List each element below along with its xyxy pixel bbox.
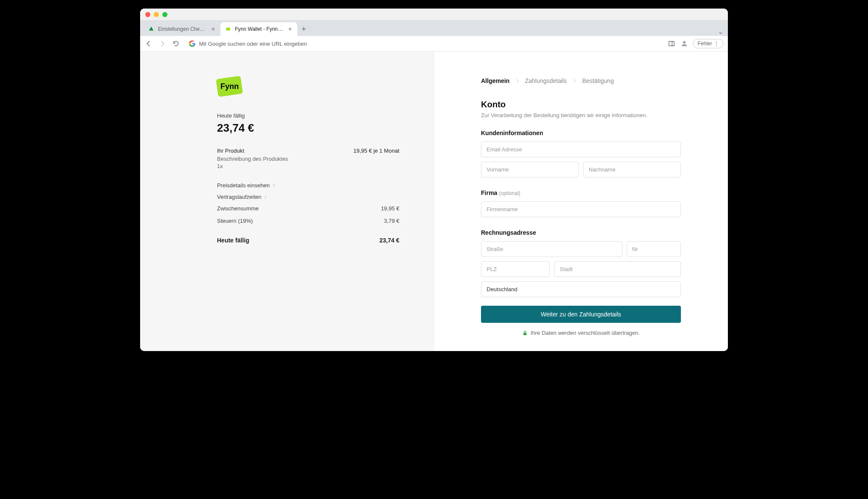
contract-terms-link[interactable]: Vertragslaufzeiten: [217, 194, 399, 200]
due-today-label: Heute fällig: [217, 112, 399, 119]
secure-note-text: Ihre Daten werden verschlüsselt übertrag…: [531, 330, 640, 336]
logo-badge: Fynn: [216, 76, 243, 97]
product-price: 19,95 € je 1 Monat: [353, 148, 399, 154]
tab-title: Einstellungen Checkout - Fynn: [158, 26, 207, 32]
step-confirmation[interactable]: Bestätigung: [582, 77, 614, 84]
total-label: Heute fällig: [217, 237, 249, 244]
checkout-steps: Allgemein Zahlungsdetails Bestätigung: [481, 77, 681, 84]
page-title: Konto: [481, 100, 681, 109]
company-heading-label: Firma: [481, 189, 497, 196]
chevron-right-icon: [572, 78, 577, 83]
tab-overflow-button[interactable]: [713, 30, 728, 36]
secure-note: Ihre Daten werden verschlüsselt übertrag…: [481, 330, 681, 336]
tax-row: Steuern (19%) 3,79 €: [217, 218, 399, 224]
google-icon: [189, 40, 196, 47]
total-row: Heute fällig 23,74 €: [217, 237, 399, 244]
lock-icon: [522, 330, 528, 336]
new-tab-button[interactable]: +: [297, 22, 311, 36]
step-payment[interactable]: Zahlungsdetails: [525, 77, 567, 84]
menu-icon: ⋮: [714, 41, 719, 47]
subtotal-value: 19,95 €: [381, 205, 399, 212]
svg-rect-0: [226, 28, 230, 31]
chevron-right-icon: [272, 183, 276, 188]
error-chip[interactable]: Fehler ⋮: [693, 39, 724, 48]
product-name: Ihr Produkt: [217, 148, 244, 154]
product-description: Beschreibung des Produktes: [217, 156, 399, 162]
favicon-icon: [148, 26, 155, 32]
tax-value: 3,79 €: [384, 218, 399, 224]
close-window-icon[interactable]: [145, 12, 150, 17]
back-button[interactable]: [144, 39, 153, 48]
minimize-window-icon[interactable]: [154, 12, 159, 17]
zip-field[interactable]: [481, 261, 550, 277]
page-content: Fynn Heute fällig 23,74 € Ihr Produkt 19…: [140, 52, 728, 351]
omnibox-placeholder: Mit Google suchen oder eine URL eingeben: [199, 41, 307, 47]
tab-title: Fynn Wallet - Fynn Wallet: [235, 26, 284, 32]
checkout-form-panel: Allgemein Zahlungsdetails Bestätigung Ko…: [434, 52, 728, 351]
house-number-field[interactable]: [627, 241, 681, 257]
brand-logo: Fynn: [217, 77, 399, 95]
error-chip-label: Fehler: [698, 41, 712, 47]
forward-button[interactable]: [158, 39, 167, 48]
reload-button[interactable]: [172, 39, 180, 48]
email-field[interactable]: [481, 142, 681, 157]
step-general[interactable]: Allgemein: [481, 77, 510, 84]
country-select[interactable]: Deutschland: [481, 281, 681, 297]
product-quantity: 1x: [217, 163, 399, 169]
favicon-icon: [225, 26, 232, 32]
company-heading: Firma (optional): [481, 189, 681, 196]
subtotal-label: Zwischensumme: [217, 205, 259, 212]
order-summary-panel: Fynn Heute fällig 23,74 € Ihr Produkt 19…: [140, 52, 434, 351]
maximize-window-icon[interactable]: [162, 12, 167, 17]
traffic-lights: [145, 12, 167, 17]
tax-label: Steuern (19%): [217, 218, 253, 224]
product-row: Ihr Produkt 19,95 € je 1 Monat: [217, 148, 399, 154]
svg-rect-4: [524, 333, 527, 335]
chevron-right-icon: [263, 195, 267, 199]
contract-terms-label: Vertragslaufzeiten: [217, 194, 261, 200]
svg-point-3: [683, 41, 686, 44]
close-icon[interactable]: ×: [287, 26, 293, 32]
svg-rect-1: [669, 41, 674, 46]
billing-address-heading: Rechnungsadresse: [481, 229, 681, 236]
due-today-amount: 23,74 €: [217, 121, 399, 135]
firstname-field[interactable]: [481, 162, 579, 177]
price-details-label: Preisdetails einsehen: [217, 182, 270, 189]
lastname-field[interactable]: [583, 162, 681, 177]
street-field[interactable]: [481, 241, 622, 257]
page-subtitle: Zur Verarbeitung der Bestellung benötige…: [481, 112, 681, 118]
optional-label: (optional): [499, 190, 520, 196]
continue-button[interactable]: Weiter zu den Zahlungsdetails: [481, 306, 681, 323]
toolbar: Mit Google suchen oder eine URL eingeben…: [140, 36, 728, 52]
company-field[interactable]: [481, 201, 681, 217]
tab-checkout-settings[interactable]: Einstellungen Checkout - Fynn ×: [144, 22, 220, 36]
tab-fynn-wallet[interactable]: Fynn Wallet - Fynn Wallet ×: [220, 22, 297, 36]
total-value: 23,74 €: [379, 237, 399, 244]
browser-window: Einstellungen Checkout - Fynn × Fynn Wal…: [140, 9, 728, 351]
subtotal-row: Zwischensumme 19,95 €: [217, 205, 399, 212]
profile-icon[interactable]: [680, 39, 689, 48]
address-bar[interactable]: Mit Google suchen oder eine URL eingeben: [185, 38, 662, 49]
chevron-right-icon: [515, 78, 520, 83]
toolbar-right: Fehler ⋮: [667, 39, 724, 48]
logo-text: Fynn: [220, 82, 239, 91]
customer-info-heading: Kundeninformationen: [481, 130, 681, 136]
city-field[interactable]: [554, 261, 681, 277]
price-details-link[interactable]: Preisdetails einsehen: [217, 182, 399, 189]
panel-icon[interactable]: [667, 39, 676, 48]
close-icon[interactable]: ×: [210, 26, 216, 32]
tab-strip: Einstellungen Checkout - Fynn × Fynn Wal…: [140, 21, 728, 36]
titlebar: [140, 9, 728, 21]
